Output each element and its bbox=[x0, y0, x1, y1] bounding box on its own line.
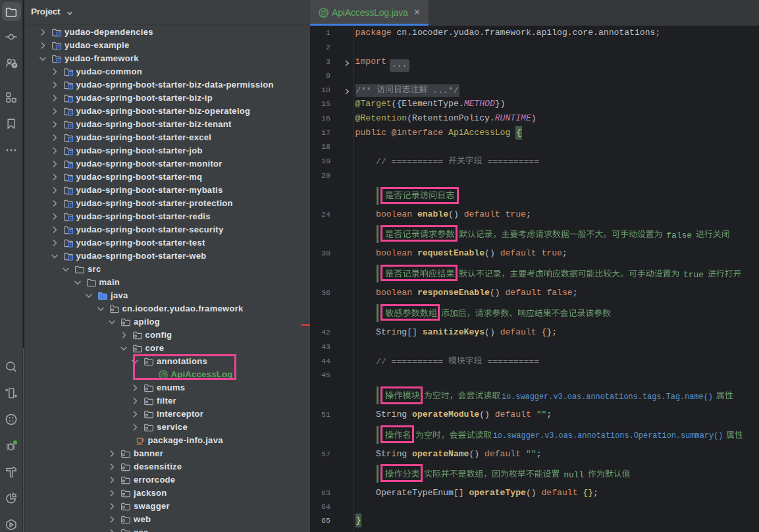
svg-text:?: ? bbox=[13, 63, 16, 68]
svg-text:@: @ bbox=[320, 9, 327, 16]
